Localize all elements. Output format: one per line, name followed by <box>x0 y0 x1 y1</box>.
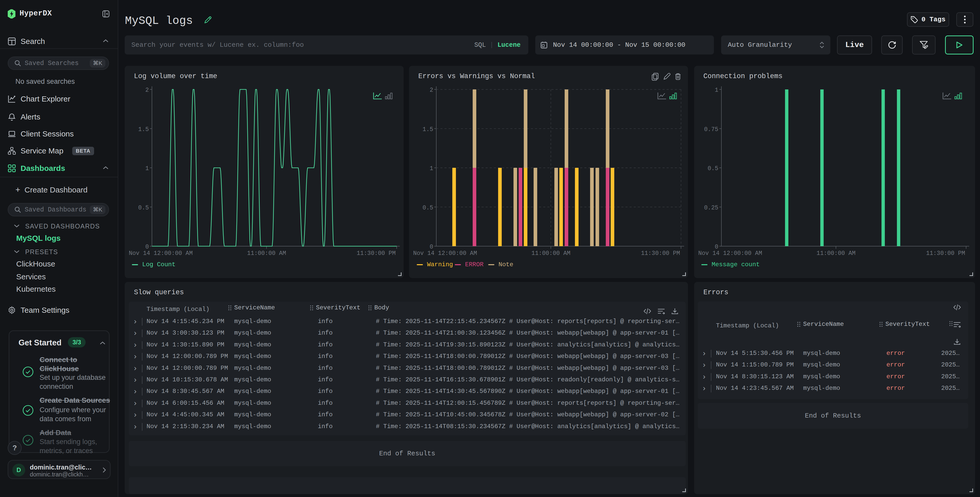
svg-text:0.25: 0.25 <box>704 205 718 211</box>
svg-text:0.5: 0.5 <box>138 205 149 211</box>
svg-text:11:00:00 AM: 11:00:00 AM <box>816 250 856 257</box>
svg-text:0.75: 0.75 <box>704 126 718 133</box>
svg-text:2: 2 <box>430 87 433 94</box>
svg-text:0.5: 0.5 <box>708 165 718 172</box>
svg-text:11:00:00 AM: 11:00:00 AM <box>247 250 286 257</box>
svg-text:1: 1 <box>715 87 718 94</box>
svg-text:0: 0 <box>430 244 433 250</box>
svg-text:1: 1 <box>145 165 149 172</box>
svg-text:1: 1 <box>430 165 433 172</box>
svg-text:0: 0 <box>715 244 718 250</box>
svg-text:11:30:00 PM: 11:30:00 PM <box>926 250 965 257</box>
svg-text:Nov 14 12:00:00 AM: Nov 14 12:00:00 AM <box>129 250 192 257</box>
svg-text:11:30:00 PM: 11:30:00 PM <box>356 250 396 257</box>
svg-text:2: 2 <box>145 87 149 94</box>
svg-text:0: 0 <box>145 244 149 250</box>
svg-text:0.5: 0.5 <box>423 205 433 211</box>
svg-text:1.5: 1.5 <box>423 126 433 133</box>
svg-text:Nov 14 12:00:00 AM: Nov 14 12:00:00 AM <box>413 250 477 257</box>
svg-text:1.5: 1.5 <box>138 126 149 133</box>
svg-text:11:30:00 PM: 11:30:00 PM <box>641 250 680 257</box>
svg-text:11:00:00 AM: 11:00:00 AM <box>531 250 571 257</box>
svg-text:Nov 14 12:00:00 AM: Nov 14 12:00:00 AM <box>698 250 762 257</box>
